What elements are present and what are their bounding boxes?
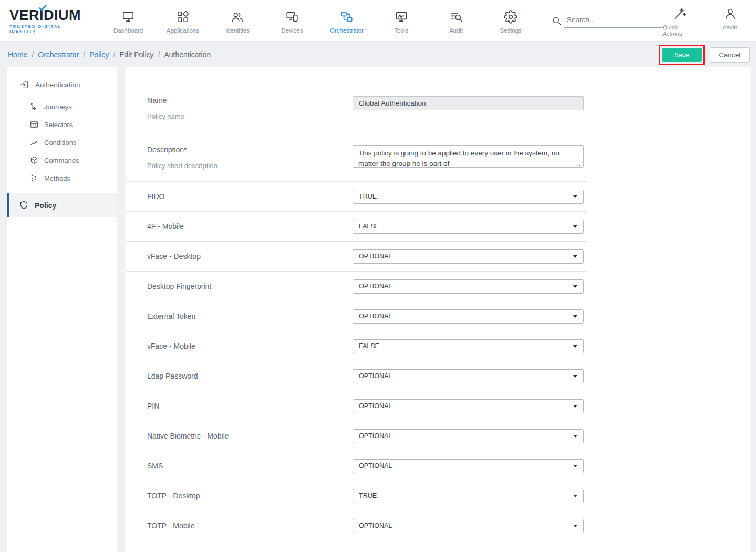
devices-icon: [285, 10, 299, 24]
veridium-logo[interactable]: VERIDIUM TRUSTED DIGITAL IDENTITY: [9, 8, 81, 34]
policy-name-input[interactable]: [353, 96, 584, 110]
nav-item-audit[interactable]: Audit: [429, 8, 483, 34]
chevron-down-icon: [573, 405, 577, 408]
setting-dropdown-value: OPTIONAL: [359, 372, 392, 380]
breadcrumb-item: Home /: [8, 50, 38, 59]
commands-cube-icon: [29, 155, 39, 165]
sidebar-item-conditions[interactable]: Conditions: [7, 133, 117, 151]
methods-dots-icon: [29, 173, 39, 183]
setting-dropdown[interactable]: OPTIONAL: [353, 459, 584, 473]
magic-wand-icon: [673, 7, 687, 20]
sidebar-item-authentication[interactable]: Authentication: [7, 72, 117, 98]
sidebar-item-label: Commands: [44, 157, 79, 164]
quick-actions-button[interactable]: Quick Actions: [662, 5, 697, 37]
breadcrumb-link[interactable]: Policy: [89, 50, 109, 59]
nav-label: Devices: [282, 27, 303, 34]
breadcrumb-link[interactable]: Authentication: [164, 50, 211, 59]
search-input[interactable]: [564, 14, 662, 28]
setting-dropdown[interactable]: TRUE: [353, 190, 584, 204]
setting-label: FIDO: [126, 192, 353, 201]
nav-item-tools[interactable]: Tools: [374, 8, 429, 34]
setting-dropdown[interactable]: OPTIONAL: [353, 429, 584, 443]
setting-dropdown[interactable]: FALSE: [353, 339, 584, 353]
setting-dropdown[interactable]: OPTIONAL: [353, 309, 584, 324]
chevron-down-icon: [573, 495, 577, 497]
nav-label: Identities: [225, 27, 250, 34]
search-icon[interactable]: [552, 16, 562, 26]
setting-dropdown-value: FALSE: [359, 223, 379, 230]
orchestrator-icon: [340, 10, 354, 24]
policy-setting-row: PIN OPTIONAL: [126, 391, 587, 421]
global-search: [552, 14, 662, 28]
save-button[interactable]: Save: [662, 48, 702, 62]
setting-dropdown-value: TRUE: [359, 492, 377, 499]
setting-dropdown[interactable]: OPTIONAL: [353, 399, 584, 413]
setting-dropdown-value: OPTIONAL: [359, 313, 392, 320]
setting-dropdown[interactable]: OPTIONAL: [353, 279, 584, 294]
chevron-down-icon: [573, 195, 577, 198]
nav-item-devices[interactable]: Devices: [265, 8, 319, 34]
description-hint: Policy short description: [147, 162, 353, 170]
setting-label: External Token: [126, 312, 353, 320]
sidebar-item-policy-active[interactable]: Policy: [7, 193, 117, 217]
nav-item-applications[interactable]: Applications: [156, 8, 210, 34]
breadcrumb-link[interactable]: Edit Policy: [119, 50, 153, 59]
nav-label: Quick Actions: [662, 24, 697, 37]
policy-setting-row: Desktop Fingerprint OPTIONAL: [126, 271, 587, 301]
breadcrumb-separator: /: [158, 50, 160, 59]
setting-label: vFace - Desktop: [126, 252, 353, 261]
setting-dropdown-value: OPTIONAL: [359, 432, 392, 440]
sidebar-item-label: Methods: [44, 174, 70, 182]
nav-item-identities[interactable]: Identities: [210, 8, 265, 34]
sidebar-item-label: Conditions: [44, 139, 76, 147]
breadcrumb-item: Edit Policy /: [119, 50, 164, 59]
setting-label: Desktop Fingerprint: [126, 282, 353, 290]
logo-tagline: TRUSTED DIGITAL IDENTITY: [9, 24, 81, 34]
sidebar-item-commands[interactable]: Commands: [7, 151, 117, 169]
setting-dropdown[interactable]: OPTIONAL: [353, 369, 584, 383]
setting-label: vFace - Mobile: [126, 342, 353, 350]
user-menu[interactable]: david: [713, 5, 748, 37]
setting-dropdown[interactable]: FALSE: [353, 220, 584, 234]
setting-label: Native Biometric - Mobile: [126, 432, 353, 440]
nav-item-settings[interactable]: Settings: [483, 8, 538, 34]
setting-dropdown-value: FALSE: [359, 342, 379, 350]
nav-item-orchestrator[interactable]: Orchestrator: [319, 8, 374, 34]
chevron-down-icon: [573, 225, 577, 228]
selectors-table-icon: [29, 120, 39, 129]
setting-dropdown[interactable]: TRUE: [353, 489, 584, 503]
setting-dropdown-value: OPTIONAL: [359, 522, 392, 529]
name-field-labels: Name Policy name: [126, 96, 353, 120]
nav-item-dashboard[interactable]: Dashboard: [101, 8, 156, 34]
tools-icon: [395, 10, 408, 24]
sidebar-item-label: Selectors: [44, 121, 73, 129]
chevron-down-icon: [573, 525, 577, 527]
sidebar-item-label: Authentication: [35, 81, 80, 89]
cancel-button[interactable]: Cancel: [710, 47, 750, 63]
audit-icon: [449, 10, 463, 24]
settings-gear-icon: [504, 10, 517, 24]
sidebar: Authentication Journeys Selectors Condit…: [7, 67, 117, 552]
setting-dropdown[interactable]: OPTIONAL: [353, 249, 584, 264]
breadcrumb-separator: /: [113, 50, 115, 59]
policy-setting-row: vFace - Mobile FALSE: [126, 331, 587, 361]
policy-description-textarea[interactable]: This policy is going to be applied to ev…: [353, 145, 584, 168]
conditions-branch-icon: [29, 138, 39, 147]
setting-label: Ldap Password: [126, 372, 353, 380]
sidebar-item-selectors[interactable]: Selectors: [7, 116, 117, 133]
logo-check-icon: [39, 5, 47, 12]
sidebar-item-journeys[interactable]: Journeys: [7, 98, 117, 116]
setting-dropdown[interactable]: OPTIONAL: [353, 519, 584, 533]
journeys-route-icon: [29, 102, 39, 111]
setting-label: 4F - Mobile: [126, 222, 353, 231]
user-avatar-icon: [723, 7, 737, 20]
policy-setting-row: TOTP - Desktop TRUE: [126, 481, 587, 511]
name-label: Name: [147, 96, 353, 105]
breadcrumb: Home / Orchestrator / Policy / Edit Poli…: [8, 50, 211, 59]
nav-label: david: [723, 24, 738, 30]
breadcrumb-link[interactable]: Home: [8, 50, 27, 59]
nav-label: Settings: [500, 27, 522, 34]
breadcrumb-link[interactable]: Orchestrator: [38, 50, 79, 59]
sidebar-item-methods[interactable]: Methods: [7, 169, 117, 187]
setting-dropdown-value: OPTIONAL: [359, 283, 392, 290]
